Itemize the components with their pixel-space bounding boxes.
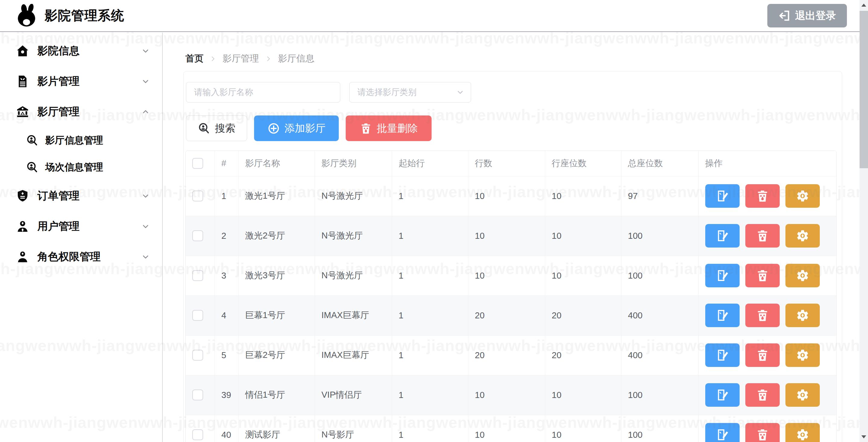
cell-seats-per-row: 10 [545, 256, 621, 295]
logout-label: 退出登录 [795, 9, 836, 23]
delete-button[interactable] [745, 264, 780, 287]
main-content: 首页 影厅管理 影厅信息 请选择影厅类别 [163, 33, 860, 442]
cell-id: 1 [215, 176, 239, 216]
settings-button[interactable] [785, 304, 820, 327]
cell-total-seats: 100 [621, 256, 698, 295]
delete-button[interactable] [745, 383, 780, 407]
col-header-name: 影厅名称 [239, 151, 315, 176]
settings-button[interactable] [785, 264, 820, 287]
cell-type: N号激光厅 [315, 176, 392, 216]
edit-button[interactable] [705, 344, 740, 367]
cell-id: 40 [215, 415, 239, 442]
batch-delete-button[interactable]: 批量删除 [346, 116, 432, 141]
scrollbar-up-arrow[interactable] [860, 0, 868, 10]
cell-name: 巨幕1号厅 [239, 295, 315, 335]
sidebar-item[interactable]: 影片管理 [0, 66, 162, 96]
scrollbar-thumb[interactable] [860, 11, 868, 168]
row-checkbox[interactable] [192, 190, 203, 201]
edit-button[interactable] [705, 184, 740, 208]
logout-button[interactable]: 退出登录 [767, 4, 847, 27]
row-checkbox[interactable] [192, 230, 203, 241]
settings-button[interactable] [785, 344, 820, 367]
delete-button[interactable] [745, 224, 780, 247]
film-doc-icon [16, 75, 30, 88]
breadcrumb-item[interactable]: 影厅管理 [223, 53, 259, 65]
edit-icon [715, 189, 730, 203]
col-header-index: # [215, 151, 239, 176]
brand: 影院管理系统 [15, 4, 124, 27]
edit-button[interactable] [705, 264, 740, 287]
settings-button[interactable] [785, 184, 820, 208]
cell-id: 3 [215, 256, 239, 295]
cell-seats-per-row: 20 [545, 335, 621, 375]
edit-button[interactable] [705, 224, 740, 247]
sidebar-item-label: 用户管理 [37, 219, 80, 233]
edit-button[interactable] [705, 304, 740, 327]
sidebar-item[interactable]: 角色权限管理 [0, 241, 162, 272]
row-checkbox[interactable] [192, 310, 203, 321]
chevron-down-icon [141, 77, 150, 86]
gear-icon [796, 308, 809, 322]
settings-button[interactable] [785, 383, 820, 407]
breadcrumb-home[interactable]: 首页 [185, 53, 204, 65]
row-actions [705, 264, 837, 287]
cell-total-seats: 97 [621, 176, 698, 216]
cell-total-seats: 100 [621, 375, 698, 415]
col-header-seats-per-row: 行座位数 [545, 151, 621, 176]
delete-button[interactable] [745, 344, 780, 367]
user-icon [16, 219, 30, 233]
sidebar-item-label: 影厅管理 [37, 105, 80, 119]
hall-type-select[interactable]: 请选择影厅类别 [349, 82, 471, 102]
scrollbar-down-arrow[interactable] [860, 432, 868, 442]
logout-icon [778, 10, 790, 22]
sidebar-item[interactable]: 影厅管理 [0, 96, 162, 127]
delete-button[interactable] [745, 423, 780, 442]
row-checkbox[interactable] [192, 270, 203, 281]
sidebar-subitem-label: 场次信息管理 [45, 161, 103, 174]
chevron-down-icon [141, 191, 150, 201]
edit-icon [715, 308, 730, 322]
settings-button[interactable] [785, 224, 820, 247]
row-actions [705, 224, 837, 247]
table-row: 4巨幕1号厅IMAX巨幕厅12020400 [186, 295, 836, 335]
trash-icon [755, 229, 770, 243]
breadcrumb-current: 影厅信息 [278, 53, 314, 65]
row-checkbox[interactable] [192, 429, 203, 440]
edit-icon [715, 229, 730, 243]
sidebar-subitem[interactable]: 场次信息管理 [0, 154, 162, 181]
row-checkbox[interactable] [192, 389, 203, 401]
sidebar-item[interactable]: 影院信息 [0, 36, 162, 66]
settings-button[interactable] [785, 423, 820, 442]
sidebar-item[interactable]: 订单管理 [0, 181, 162, 211]
gear-icon [796, 428, 809, 442]
chevron-right-icon [264, 55, 273, 63]
app-header: 影院管理系统 退出登录 [0, 0, 868, 32]
trash-icon [755, 189, 770, 203]
delete-button[interactable] [745, 304, 780, 327]
sidebar-item[interactable]: 用户管理 [0, 211, 162, 241]
cell-rows: 10 [468, 216, 545, 256]
add-hall-button[interactable]: 添加影厅 [254, 116, 339, 141]
sidebar-item-label: 订单管理 [37, 189, 80, 203]
row-checkbox[interactable] [192, 350, 203, 361]
cell-name: 激光3号厅 [239, 256, 315, 295]
select-all-checkbox[interactable] [192, 158, 203, 169]
col-header-rows: 行数 [468, 151, 545, 176]
table-row: 39情侣1号厅VIP情侣厅11010100 [186, 375, 836, 415]
sidebar-subitem[interactable]: 影厅信息管理 [0, 127, 162, 154]
cell-type: IMAX巨幕厅 [315, 295, 392, 335]
batch-delete-button-label: 批量删除 [377, 121, 418, 136]
table-row: 5巨幕2号厅IMAX巨幕厅12020400 [186, 335, 836, 375]
cell-name: 激光1号厅 [239, 176, 315, 216]
cell-type: IMAX巨幕厅 [315, 335, 392, 375]
sidebar: 影院信息影片管理影厅管理影厅信息管理场次信息管理订单管理用户管理角色权限管理 [0, 33, 163, 442]
hall-name-input[interactable] [186, 82, 340, 102]
cell-rows: 10 [468, 176, 545, 216]
shield-icon [16, 189, 30, 203]
edit-button[interactable] [705, 423, 740, 442]
search-button[interactable]: 搜索 [186, 116, 247, 141]
delete-button[interactable] [745, 184, 780, 208]
cell-seats-per-row: 10 [545, 216, 621, 256]
edit-button[interactable] [705, 383, 740, 407]
building-icon [16, 105, 30, 119]
